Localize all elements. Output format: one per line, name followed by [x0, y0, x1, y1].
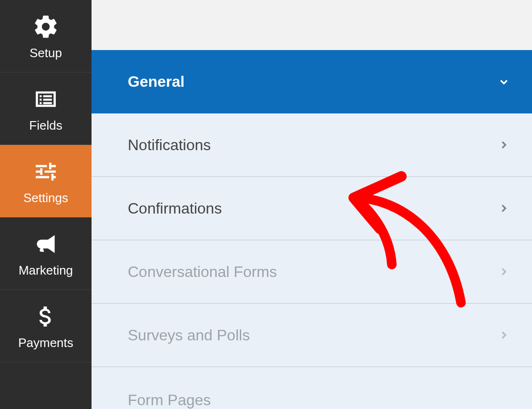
bullhorn-icon	[32, 231, 59, 257]
settings-row-conversational-forms[interactable]: Conversational Forms	[92, 240, 532, 304]
sidebar-item-settings[interactable]: Settings	[0, 145, 92, 217]
settings-row-label: Surveys and Polls	[128, 327, 250, 344]
chevron-right-icon	[498, 202, 510, 215]
sidebar-item-label: Marketing	[19, 263, 73, 278]
settings-row-label: Confirmations	[128, 200, 222, 217]
settings-row-label: Notifications	[128, 136, 211, 154]
settings-row-notifications[interactable]: Notifications	[92, 113, 532, 177]
settings-row-label: General	[128, 73, 184, 91]
sidebar-item-fields[interactable]: Fields	[0, 72, 92, 145]
sliders-icon	[32, 158, 59, 185]
sidebar-item-label: Fields	[29, 118, 62, 133]
sidebar: Setup Fields Settings Marketing Payments	[0, 0, 92, 409]
settings-row-form-pages[interactable]: Form Pages	[92, 367, 532, 409]
settings-row-label: Form Pages	[128, 391, 211, 409]
settings-row-surveys-polls[interactable]: Surveys and Polls	[92, 304, 532, 367]
chevron-down-icon	[498, 76, 510, 88]
settings-row-confirmations[interactable]: Confirmations	[92, 177, 532, 240]
chevron-right-icon	[498, 139, 510, 151]
app-root: Setup Fields Settings Marketing Payments	[0, 0, 532, 409]
settings-row-general[interactable]: General	[92, 50, 532, 113]
sidebar-item-label: Settings	[23, 191, 68, 205]
top-bar	[92, 0, 532, 50]
settings-row-label: Conversational Forms	[128, 263, 277, 281]
settings-list: General Notifications Confirmations Conv…	[92, 50, 532, 409]
main-content: General Notifications Confirmations Conv…	[92, 0, 532, 409]
sidebar-item-label: Setup	[30, 46, 62, 61]
sidebar-item-payments[interactable]: Payments	[0, 290, 92, 362]
sidebar-item-label: Payments	[18, 336, 73, 350]
sidebar-item-marketing[interactable]: Marketing	[0, 217, 92, 290]
sidebar-item-setup[interactable]: Setup	[0, 0, 92, 72]
gear-icon	[32, 13, 59, 40]
chevron-right-icon	[498, 329, 510, 341]
list-icon	[32, 86, 59, 112]
chevron-right-icon	[498, 266, 510, 278]
dollar-icon	[32, 303, 59, 330]
